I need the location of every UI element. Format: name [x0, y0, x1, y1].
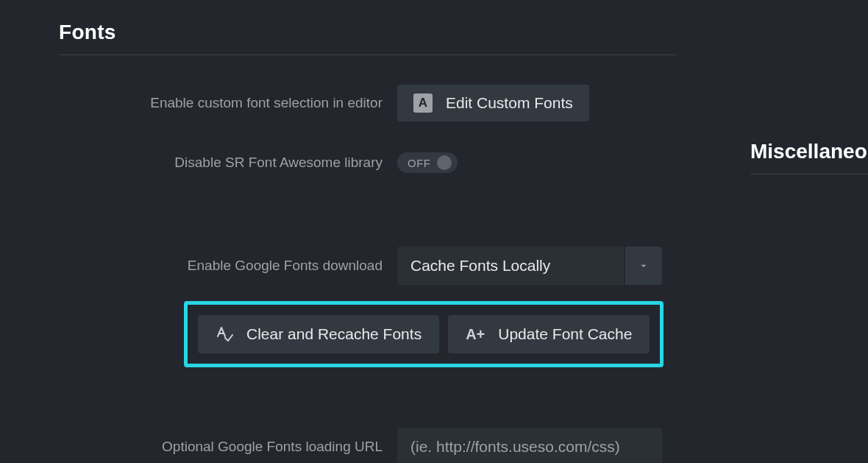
chevron-down-icon — [638, 260, 650, 272]
update-cache-label: Update Font Cache — [498, 325, 632, 343]
row-custom-font-selection: Enable custom font selection in editor A… — [59, 85, 677, 121]
label-google-fonts-download: Enable Google Fonts download — [59, 258, 397, 274]
miscellaneous-title: Miscellaneous — [750, 140, 868, 163]
row-disable-sr-fa: Disable SR Font Awesome library OFF — [59, 152, 677, 173]
clear-recache-label: Clear and Recache Fonts — [246, 325, 421, 343]
edit-custom-fonts-button[interactable]: A Edit Custom Fonts — [397, 85, 589, 121]
section-title: Fonts — [59, 21, 677, 44]
update-font-cache-button[interactable]: A+ Update Font Cache — [448, 315, 650, 353]
font-a-icon: A — [413, 93, 433, 113]
font-check-icon — [216, 325, 233, 343]
toggle-disable-sr-fa[interactable]: OFF — [397, 152, 458, 173]
font-plus-icon: A+ — [466, 325, 485, 343]
row-google-fonts-download: Enable Google Fonts download Cache Fonts… — [59, 247, 677, 285]
select-google-fonts-mode[interactable]: Cache Fonts Locally — [397, 247, 662, 285]
label-loading-url: Optional Google Fonts loading URL — [59, 439, 397, 455]
label-custom-font: Enable custom font selection in editor — [59, 95, 397, 111]
select-chevron[interactable] — [625, 247, 662, 285]
cache-actions-highlight: Clear and Recache Fonts A+ Update Font C… — [184, 301, 664, 367]
fonts-settings-panel: Fonts Enable custom font selection in ed… — [0, 0, 677, 463]
section-divider — [59, 54, 677, 55]
toggle-knob — [437, 155, 452, 170]
clear-recache-fonts-button[interactable]: Clear and Recache Fonts — [198, 315, 439, 353]
miscellaneous-divider — [750, 174, 868, 174]
label-disable-sr-fa: Disable SR Font Awesome library — [59, 155, 397, 171]
miscellaneous-section: Miscellaneous — [750, 140, 868, 174]
toggle-off-label: OFF — [408, 157, 431, 169]
select-selected-value[interactable]: Cache Fonts Locally — [397, 247, 624, 285]
loading-url-input[interactable] — [397, 428, 662, 463]
row-loading-url: Optional Google Fonts loading URL — [59, 428, 677, 463]
edit-custom-fonts-label: Edit Custom Fonts — [446, 94, 573, 112]
